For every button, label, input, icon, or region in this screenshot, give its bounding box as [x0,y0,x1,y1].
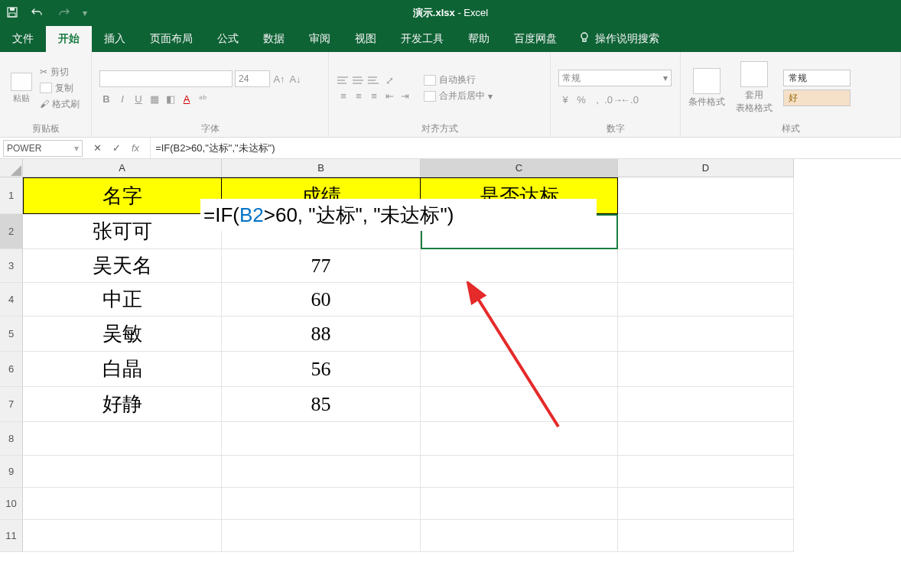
tab-file[interactable]: 文件 [0,26,46,52]
cell-style-normal[interactable]: 常规 [783,70,851,86]
cell-A3[interactable]: 吴天名 [23,249,222,283]
indent-inc-icon[interactable]: ⇥ [398,89,411,102]
underline-button[interactable]: U [132,92,145,106]
decrease-font-icon[interactable]: A↓ [288,72,302,86]
row-header-9[interactable]: 9 [0,456,23,488]
select-all-corner[interactable] [0,159,23,177]
row-header-8[interactable]: 8 [0,422,23,456]
cell-A4[interactable]: 中正 [23,283,222,317]
row-header-7[interactable]: 7 [0,387,23,422]
italic-button[interactable]: I [115,92,129,106]
cell-D11[interactable] [618,520,794,552]
decrease-decimal-icon[interactable]: ←.0 [623,93,636,106]
paste-button[interactable]: 粘贴 [8,68,35,108]
phonetic-button[interactable]: ᵃᵇ [196,92,210,106]
percent-icon[interactable]: % [574,93,588,106]
tab-netdisk[interactable]: 百度网盘 [502,26,569,52]
row-header-10[interactable]: 10 [0,488,23,520]
row-header-2[interactable]: 2 [0,214,23,249]
cell-C11[interactable] [421,520,618,552]
tab-review[interactable]: 审阅 [297,26,343,52]
row-header-11[interactable]: 11 [0,520,23,552]
cell-A2[interactable]: 张可可 [23,214,222,249]
cell-B7[interactable]: 85 [222,387,421,422]
undo-icon[interactable] [31,7,44,20]
cell-B4[interactable]: 60 [222,283,421,317]
name-box[interactable]: POWER ▾ [3,140,83,157]
fx-icon[interactable]: fx [132,142,139,154]
align-middle-icon[interactable] [352,73,366,87]
conditional-format-button[interactable]: 条件格式 [688,68,725,109]
merge-center-button[interactable]: 合并后居中 ▾ [424,89,493,102]
cell-B10[interactable] [222,488,421,520]
copy-button[interactable]: 复制 [40,82,80,95]
align-left-icon[interactable]: ≡ [337,89,350,102]
cell-A7[interactable]: 好静 [23,387,222,422]
font-color-button[interactable]: A [180,92,194,106]
col-header-A[interactable]: A [23,159,222,177]
indent-dec-icon[interactable]: ⇤ [382,89,396,102]
cell-A6[interactable]: 白晶 [23,352,222,387]
table-format-button[interactable]: 套用 表格格式 [736,61,773,115]
row-header-6[interactable]: 6 [0,352,23,387]
cell-C8[interactable] [421,422,618,456]
cell-C6[interactable] [421,352,618,387]
qat-more-icon[interactable]: ▾ [83,8,87,18]
cell-D5[interactable] [618,317,794,352]
tab-help[interactable]: 帮助 [456,26,502,52]
cell-D1[interactable] [618,177,794,214]
cell-D4[interactable] [618,283,794,317]
cell-C4[interactable] [421,283,618,317]
cell-c2-editing[interactable]: =IF(B2>60, "达标", "未达标") [200,199,597,231]
cell-D10[interactable] [618,488,794,520]
tab-insert[interactable]: 插入 [92,26,138,52]
align-top-icon[interactable] [337,73,350,87]
cell-A9[interactable] [23,456,222,488]
cell-D2[interactable] [618,214,794,249]
cell-A1[interactable]: 名字 [23,177,222,214]
align-right-icon[interactable]: ≡ [367,89,381,102]
cancel-icon[interactable]: ✕ [93,142,102,154]
tell-me-search[interactable]: 操作说明搜索 [578,31,659,52]
col-header-D[interactable]: D [618,159,794,177]
cell-A8[interactable] [23,422,222,456]
bold-button[interactable]: B [99,92,113,106]
cell-B8[interactable] [222,422,421,456]
cell-C5[interactable] [421,317,618,352]
align-bottom-icon[interactable] [367,73,381,87]
format-painter-button[interactable]: 🖌格式刷 [40,98,80,111]
increase-decimal-icon[interactable]: .0→ [607,93,620,106]
cell-C9[interactable] [421,456,618,488]
col-header-B[interactable]: B [222,159,421,177]
cell-A5[interactable]: 吴敏 [23,317,222,352]
tab-pagelayout[interactable]: 页面布局 [138,26,205,52]
align-center-icon[interactable]: ≡ [352,89,366,102]
cell-style-good[interactable]: 好 [783,89,851,106]
cell-B3[interactable]: 77 [222,249,421,283]
cell-D9[interactable] [618,456,794,488]
number-format-combo[interactable]: 常规▾ [558,70,672,86]
comma-icon[interactable]: , [590,93,604,106]
cell-C3[interactable] [421,249,618,283]
font-family-combo[interactable] [99,70,233,87]
col-header-C[interactable]: C [421,159,618,177]
fill-color-button[interactable]: ◧ [164,92,177,106]
cell-B5[interactable]: 88 [222,317,421,352]
cell-C7[interactable] [421,387,618,422]
font-size-combo[interactable]: 24 [235,70,270,87]
cell-C10[interactable] [421,488,618,520]
cell-A11[interactable] [23,520,222,552]
border-button[interactable]: ▦ [148,92,161,106]
cell-D6[interactable] [618,352,794,387]
row-header-5[interactable]: 5 [0,317,23,352]
row-header-4[interactable]: 4 [0,283,23,317]
cell-B6[interactable]: 56 [222,352,421,387]
cell-B9[interactable] [222,456,421,488]
formula-input[interactable]: =IF(B2>60,"达标","未达标") [150,138,901,158]
cell-D3[interactable] [618,249,794,283]
tab-view[interactable]: 视图 [343,26,389,52]
tab-data[interactable]: 数据 [251,26,297,52]
cell-D7[interactable] [618,387,794,422]
cell-A10[interactable] [23,488,222,520]
tab-formulas[interactable]: 公式 [205,26,251,52]
